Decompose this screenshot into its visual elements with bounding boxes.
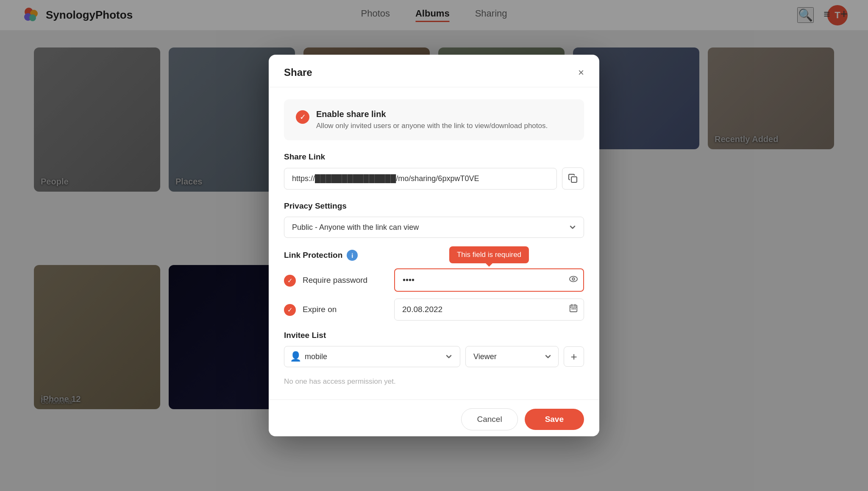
share-link-row — [284, 167, 584, 190]
add-invitee-button[interactable]: + — [564, 346, 584, 367]
share-modal: Share × ✓ Enable share link Allow only i… — [269, 55, 599, 436]
require-password-label: Require password — [303, 276, 387, 285]
save-button[interactable]: Save — [525, 409, 584, 430]
svg-rect-10 — [575, 308, 576, 310]
privacy-settings-section: Privacy Settings Public - Anyone with th… — [284, 201, 584, 250]
expire-on-checkbox[interactable]: ✓ — [284, 304, 296, 316]
toggle-password-visibility-button[interactable] — [569, 274, 578, 286]
svg-rect-9 — [573, 308, 574, 310]
invitee-select-wrap: 👤 mobile everyone — [284, 346, 460, 367]
link-protection-header: Link Protection i — [284, 250, 584, 261]
expire-date-input[interactable] — [394, 299, 584, 321]
svg-point-6 — [572, 278, 575, 280]
enable-share-text: Enable share link Allow only invited use… — [316, 109, 548, 130]
require-password-row: ✓ Require password This field is require… — [284, 268, 584, 292]
invitee-select[interactable]: mobile everyone — [284, 346, 460, 367]
no-access-text: No one has access permission yet. — [284, 374, 584, 388]
expire-on-label: Expire on — [303, 305, 387, 314]
app-background: SynologyPhotos Photos Albums Sharing 🔍 T… — [0, 0, 868, 491]
modal-title: Share — [284, 67, 312, 78]
svg-rect-8 — [571, 308, 573, 310]
link-protection-info-icon[interactable]: i — [347, 250, 358, 261]
enable-share-title: Enable share link — [316, 109, 548, 119]
modal-header: Share × — [269, 55, 599, 87]
share-link-input[interactable] — [284, 168, 557, 190]
privacy-settings-label: Privacy Settings — [284, 201, 584, 211]
invitee-list-label: Invitee List — [284, 331, 584, 340]
modal-overlay: Share × ✓ Enable share link Allow only i… — [0, 0, 868, 491]
privacy-select[interactable]: Public - Anyone with the link can view P… — [284, 217, 584, 238]
calendar-icon — [569, 304, 578, 313]
invitee-row: 👤 mobile everyone Viewer Editor + — [284, 346, 584, 367]
password-tooltip-wrapper: This field is required — [394, 268, 584, 292]
eye-icon — [569, 274, 578, 284]
require-password-checkbox[interactable]: ✓ — [284, 275, 296, 287]
password-input[interactable] — [394, 268, 584, 292]
cancel-button[interactable]: Cancel — [461, 408, 517, 430]
modal-close-button[interactable]: × — [578, 67, 584, 78]
enable-share-description: Allow only invited users or anyone with … — [316, 122, 548, 130]
link-protection-section: Link Protection i ✓ Require password Thi… — [284, 250, 584, 321]
password-input-wrap — [394, 268, 584, 292]
modal-body: ✓ Enable share link Allow only invited u… — [269, 87, 599, 399]
svg-rect-4 — [571, 177, 577, 182]
calendar-button[interactable] — [569, 304, 578, 315]
enable-share-section: ✓ Enable share link Allow only invited u… — [284, 99, 584, 140]
copy-icon — [568, 173, 578, 184]
invitee-list-section: Invitee List 👤 mobile everyone Viewer Ed… — [284, 331, 584, 388]
expire-on-row: ✓ Expire on — [284, 299, 584, 321]
enable-share-checkbox[interactable]: ✓ — [296, 110, 309, 124]
share-link-label: Share Link — [284, 152, 584, 162]
share-link-section: Share Link — [284, 152, 584, 190]
link-protection-label: Link Protection — [284, 251, 342, 260]
role-select[interactable]: Viewer Editor — [465, 346, 559, 367]
modal-footer: Cancel Save — [269, 399, 599, 442]
copy-link-button[interactable] — [562, 167, 584, 190]
svg-point-5 — [570, 276, 577, 282]
date-input-wrap — [394, 299, 584, 321]
